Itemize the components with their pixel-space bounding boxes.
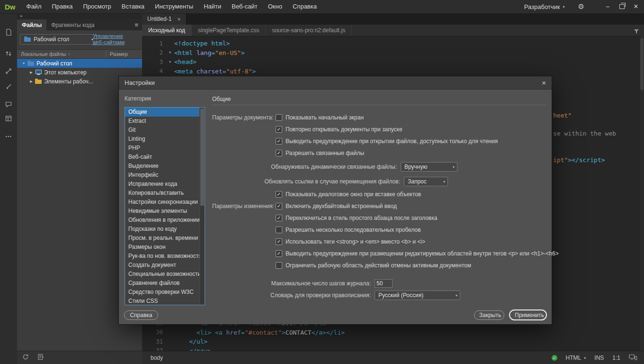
device-preview-icon[interactable] bbox=[629, 354, 637, 362]
category-scrollbar[interactable] bbox=[199, 108, 205, 305]
dialog-close-icon[interactable]: × bbox=[542, 79, 546, 87]
file-sync-icon[interactable] bbox=[5, 50, 12, 57]
log-icon[interactable] bbox=[37, 353, 45, 363]
editor-scrollbar[interactable] bbox=[640, 36, 644, 351]
doctype-dropdown[interactable]: HTML ▾ bbox=[566, 355, 586, 361]
related-file-item[interactable]: Исходный код bbox=[142, 25, 192, 36]
tag-selector-body[interactable]: body bbox=[151, 355, 163, 361]
column-local-files[interactable]: Локальные файлы ↑ bbox=[17, 51, 70, 57]
scrollbar-thumb[interactable] bbox=[640, 38, 644, 90]
code-line: 30 <li> <a href="#contact">CONTACT</a></… bbox=[142, 328, 644, 337]
select-row: Обновлять ссылки в случае перемещения фа… bbox=[212, 177, 546, 186]
tab-files[interactable]: Файлы bbox=[17, 19, 46, 30]
category-item[interactable]: Рук-ва по нов. возможностя bbox=[125, 252, 205, 261]
column-size[interactable]: Размер bbox=[110, 51, 128, 57]
lint-ok-icon[interactable]: ✓ bbox=[552, 355, 557, 361]
checkbox[interactable]: ✓ bbox=[276, 114, 282, 121]
checkbox[interactable]: ✓ bbox=[276, 238, 282, 245]
swap-views-icon[interactable] bbox=[5, 67, 12, 75]
scrollbar-thumb[interactable] bbox=[200, 109, 204, 206]
fold-collapse-icon[interactable]: ▼ bbox=[166, 60, 174, 64]
category-item[interactable]: Linting bbox=[125, 135, 205, 144]
menubar-item[interactable]: Вставка bbox=[116, 3, 150, 10]
category-item[interactable]: Копировать/вставить bbox=[125, 189, 205, 198]
category-item[interactable]: Интерфейс bbox=[125, 171, 205, 180]
manage-sites-link[interactable]: Управление веб-сайтами bbox=[93, 33, 125, 46]
tree-expand-icon[interactable]: ▶ bbox=[28, 71, 34, 74]
category-item[interactable]: Создать документ bbox=[125, 261, 205, 270]
category-item[interactable]: Git bbox=[125, 126, 205, 135]
checkbox[interactable]: ✓ bbox=[276, 262, 282, 269]
dropdown[interactable]: Запрос▾ bbox=[404, 177, 448, 186]
collapse-panels-icon[interactable]: « bbox=[20, 13, 23, 18]
tree-collapse-icon[interactable]: ▼ bbox=[21, 62, 27, 65]
category-item[interactable]: Настройки синхронизации bbox=[125, 198, 205, 207]
site-select[interactable]: Рабочий стол ▾ bbox=[20, 34, 97, 45]
related-file-item[interactable]: source-sans-pro:n2:default.js bbox=[266, 25, 352, 36]
dreamweaver-logo[interactable]: Dw bbox=[0, 3, 21, 11]
checkbox[interactable]: ✓ bbox=[276, 215, 282, 221]
category-item[interactable]: Просм. в реальн. времени bbox=[125, 234, 205, 243]
more-tools-icon[interactable] bbox=[5, 133, 12, 140]
menubar-item[interactable]: Правка bbox=[46, 3, 78, 10]
code-text: <html lang="en-US"> bbox=[174, 49, 245, 56]
checkbox[interactable]: ✓ bbox=[276, 126, 282, 133]
tree-expand-icon[interactable]: ▶ bbox=[28, 80, 34, 83]
checkbox[interactable]: ✓ bbox=[276, 191, 282, 198]
menubar-item[interactable]: Веб-сайт bbox=[226, 3, 262, 10]
menubar-item[interactable]: Окно bbox=[263, 3, 287, 10]
category-item[interactable]: Стили CSS bbox=[125, 297, 205, 305]
checkbox[interactable]: ✓ bbox=[276, 138, 282, 145]
dialog-titlebar[interactable]: Настройки × bbox=[119, 76, 552, 90]
fold-collapse-icon[interactable]: ▼ bbox=[166, 51, 174, 55]
code-text: </ul> bbox=[174, 338, 207, 345]
checkbox[interactable]: ✓ bbox=[276, 203, 282, 209]
related-file-item[interactable]: singlePageTemplate.css bbox=[192, 25, 266, 36]
history-steps-input[interactable] bbox=[375, 279, 393, 288]
checkbox[interactable]: ✓ bbox=[276, 150, 282, 156]
apply-button[interactable]: Применить bbox=[509, 309, 547, 320]
tab-close-icon[interactable]: × bbox=[177, 16, 181, 23]
comment-icon[interactable] bbox=[5, 100, 12, 108]
tab-code-snippets[interactable]: Фрагменты кода bbox=[46, 19, 99, 30]
brush-icon[interactable] bbox=[5, 83, 12, 91]
menubar-item[interactable]: Инструменты bbox=[150, 3, 198, 10]
checkbox[interactable]: ✓ bbox=[276, 227, 282, 233]
document-tab[interactable]: Untitled-1 × bbox=[142, 13, 187, 25]
workspace-switcher[interactable]: Разработчик ▾ bbox=[524, 3, 565, 10]
refresh-icon[interactable] bbox=[22, 353, 29, 363]
category-item[interactable]: Размеры окон bbox=[125, 243, 205, 252]
open-documents-icon[interactable] bbox=[5, 28, 12, 36]
category-item[interactable]: Сравнение файлов bbox=[125, 279, 205, 288]
category-item[interactable]: Обновления в приложении bbox=[125, 216, 205, 225]
sync-settings-icon[interactable]: ⚙ bbox=[578, 2, 584, 11]
category-item[interactable]: Подсказки по коду bbox=[125, 225, 205, 234]
checkbox[interactable]: ✓ bbox=[276, 250, 282, 257]
filter-icon[interactable] bbox=[634, 27, 639, 36]
tree-row[interactable]: ▼Рабочий стол bbox=[17, 59, 142, 68]
close-button[interactable]: Закрыть bbox=[474, 310, 504, 320]
minimize-button[interactable]: − bbox=[600, 0, 615, 13]
menubar-item[interactable]: Справка bbox=[287, 3, 322, 10]
category-item[interactable]: Специальные возможности bbox=[125, 270, 205, 279]
category-item[interactable]: Исправление кода bbox=[125, 180, 205, 189]
restore-button[interactable] bbox=[615, 0, 629, 13]
category-item[interactable]: Средство проверки W3C bbox=[125, 288, 205, 297]
category-item[interactable]: Общие bbox=[125, 108, 205, 117]
category-item[interactable]: PHP bbox=[125, 144, 205, 153]
category-item[interactable]: Extract bbox=[125, 117, 205, 126]
layout-icon[interactable] bbox=[5, 115, 12, 122]
category-item[interactable]: Выделение bbox=[125, 162, 205, 171]
dropdown[interactable]: Вручную▾ bbox=[401, 162, 457, 172]
dropdown[interactable]: Русский (Россия)▾ bbox=[375, 291, 460, 300]
panel-menu-icon[interactable]: ≡ bbox=[134, 21, 138, 28]
menubar-item[interactable]: Просмотр bbox=[78, 3, 116, 10]
menubar-item[interactable]: Файл bbox=[21, 3, 47, 10]
menubar-item[interactable]: Найти bbox=[198, 3, 226, 10]
category-item[interactable]: Невидимые элементы bbox=[125, 207, 205, 216]
help-button[interactable]: Справка bbox=[124, 310, 158, 320]
category-item[interactable]: Веб-сайт bbox=[125, 153, 205, 162]
select-label: Словарь для проверки правописания: bbox=[212, 291, 371, 300]
option-row: ✓Выводить предупреждение при размещении … bbox=[276, 249, 559, 258]
close-window-button[interactable]: × bbox=[629, 0, 643, 13]
